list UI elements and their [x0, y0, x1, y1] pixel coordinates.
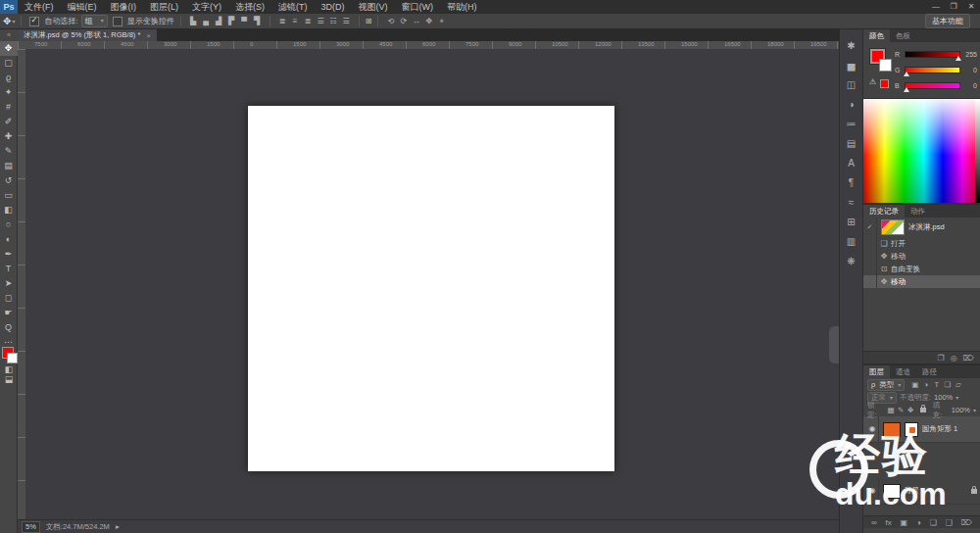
tool-preset-picker[interactable]: ✥ ▾: [3, 16, 15, 26]
tab-close-icon[interactable]: ×: [146, 31, 151, 40]
align-right-icon[interactable]: ▟: [213, 15, 225, 28]
background-color-swatch[interactable]: [879, 59, 892, 72]
properties-icon[interactable]: ▤: [843, 135, 860, 155]
type-tool[interactable]: T: [0, 262, 18, 276]
move-tool[interactable]: ✥: [0, 41, 18, 56]
3d-roll-icon[interactable]: ⟳: [397, 15, 410, 28]
lock-pixels-icon[interactable]: ✎: [896, 406, 906, 414]
layer-name[interactable]: 圆角矩形 1: [922, 424, 957, 434]
eye-icon[interactable]: ◉: [866, 416, 879, 442]
document-canvas[interactable]: [248, 106, 614, 471]
lock-position-icon[interactable]: ✥: [906, 406, 915, 414]
history-item[interactable]: ⊡ 自由变换: [863, 263, 980, 275]
styles-icon[interactable]: ≔: [843, 116, 860, 135]
tab-actions[interactable]: 动作: [905, 205, 931, 218]
gradient-tool[interactable]: ◧: [0, 203, 18, 218]
distribute-right-icon[interactable]: ☰: [340, 15, 353, 28]
minimize-button[interactable]: —: [927, 0, 945, 14]
align-left-icon[interactable]: ▙: [187, 15, 200, 28]
history-brush-source-cell[interactable]: [863, 263, 877, 275]
menu-item[interactable]: 帮助(H): [440, 0, 484, 14]
tab-color[interactable]: 颜色: [863, 29, 890, 42]
panel-collapse-handle[interactable]: [829, 326, 839, 363]
red-slider-thumb[interactable]: [956, 56, 961, 61]
3d-slide-icon[interactable]: ✥: [422, 15, 435, 28]
lasso-tool[interactable]: ϱ: [0, 71, 18, 85]
tab-swatches[interactable]: 色板: [890, 29, 916, 42]
eye-icon[interactable]: ◉: [866, 478, 879, 504]
menu-item[interactable]: 文字(Y): [185, 0, 228, 14]
restore-button[interactable]: ❐: [945, 0, 962, 14]
3d-drag-icon[interactable]: ↔: [410, 15, 422, 28]
layer-thumbnail[interactable]: [883, 422, 901, 437]
hand-tool[interactable]: ☛: [0, 306, 18, 320]
auto-align-layers-icon[interactable]: ⊞: [366, 17, 372, 25]
dodge-tool[interactable]: ◐: [0, 232, 18, 247]
brush-tool[interactable]: ✎: [0, 144, 18, 159]
history-brush-source-cell[interactable]: [863, 250, 877, 263]
marquee-tool[interactable]: ▢: [0, 56, 18, 71]
layer-comps-icon[interactable]: ▥: [843, 233, 860, 253]
filter-group-icon[interactable]: ❏: [942, 380, 953, 389]
info-icon[interactable]: ◑: [843, 96, 860, 116]
tab-history[interactable]: 历史记录: [863, 205, 905, 218]
link-layers-icon[interactable]: ∞: [871, 518, 877, 527]
shape-tool[interactable]: ◻: [0, 291, 18, 306]
tab-paths[interactable]: 路径: [916, 365, 943, 378]
green-slider[interactable]: [905, 67, 960, 73]
menu-item[interactable]: 图像(I): [104, 0, 144, 14]
3d-scale-icon[interactable]: ⌖: [435, 15, 448, 28]
gamut-warning-icon[interactable]: ⚠: [869, 77, 876, 86]
history-brush-source-cell[interactable]: [863, 237, 877, 250]
new-group-icon[interactable]: ❏: [930, 518, 937, 527]
toolbar-collapse-button[interactable]: «: [0, 29, 18, 41]
blue-slider-thumb[interactable]: [904, 87, 909, 92]
close-button[interactable]: ✕: [962, 0, 980, 14]
blue-value[interactable]: 0: [963, 82, 977, 89]
quick-selection-tool[interactable]: ✦: [0, 85, 18, 100]
grayscale-ramp[interactable]: [975, 99, 980, 203]
menu-item[interactable]: 图层(L): [143, 0, 185, 14]
gamut-warning-swatch[interactable]: [880, 79, 889, 88]
timeline-icon[interactable]: ≈: [843, 194, 860, 214]
menu-item[interactable]: 滤镜(T): [271, 0, 315, 14]
distribute-hcenter-icon[interactable]: ☷: [327, 15, 340, 28]
history-item[interactable]: ✥ 移动: [863, 250, 980, 263]
document-tab[interactable]: 冰淇淋.psd @ 5% (形状 1, RGB/8) * ×: [18, 29, 157, 41]
background-color-swatch[interactable]: [7, 353, 18, 363]
menu-item[interactable]: 选择(S): [228, 0, 271, 14]
tab-channels[interactable]: 通道: [890, 365, 916, 378]
layer-mask-icon[interactable]: ▣: [901, 518, 908, 527]
layer-row-background[interactable]: ◉ 背景: [863, 478, 980, 505]
lock-transparent-icon[interactable]: ▦: [886, 406, 896, 414]
adjustment-layer-icon[interactable]: ◑: [916, 518, 921, 527]
distribute-left-icon[interactable]: ☰: [315, 15, 327, 28]
filter-shape-icon[interactable]: ▱: [953, 380, 963, 389]
menu-item[interactable]: 文件(F): [18, 0, 61, 14]
vector-mask-thumbnail[interactable]: [905, 422, 918, 437]
menu-item[interactable]: 窗口(W): [395, 0, 441, 14]
auto-select-checkbox[interactable]: [29, 17, 39, 26]
color-spectrum-ramp[interactable]: [863, 98, 980, 203]
history-brush-source-icon[interactable]: ✓: [863, 218, 877, 237]
3d-rotate-icon[interactable]: ⟲: [384, 15, 397, 28]
path-selection-tool[interactable]: ➤: [0, 276, 18, 291]
histogram-icon[interactable]: ▅: [843, 57, 860, 76]
mini-bridge-icon[interactable]: ⊞: [843, 214, 860, 233]
status-arrow-icon[interactable]: ▸: [116, 522, 120, 531]
red-value[interactable]: 255: [963, 51, 977, 58]
clone-stamp-tool[interactable]: ▤: [0, 159, 18, 173]
eraser-tool[interactable]: ▭: [0, 188, 18, 203]
screen-mode-icon[interactable]: ⬓: [0, 374, 18, 384]
distribute-vcenter-icon[interactable]: ≡: [289, 15, 302, 28]
blur-tool[interactable]: ○: [0, 218, 18, 232]
pen-tool[interactable]: ✒: [0, 247, 18, 262]
auto-select-dropdown[interactable]: 组 ▾: [81, 15, 108, 27]
green-value[interactable]: 0: [963, 67, 977, 73]
new-snapshot-icon[interactable]: ◎: [951, 354, 957, 363]
delete-state-icon[interactable]: ⌦: [963, 354, 974, 363]
layer-thumbnail[interactable]: [883, 484, 901, 499]
adjustments-icon[interactable]: ✱: [843, 37, 860, 57]
red-slider[interactable]: [905, 51, 960, 58]
align-vcenter-icon[interactable]: ▀: [238, 15, 251, 28]
